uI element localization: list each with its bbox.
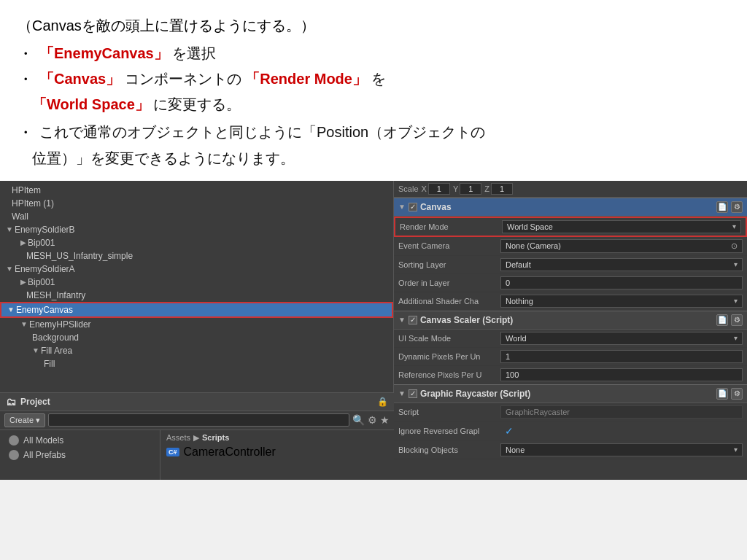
ignore-reversed-checkbox[interactable]: ✓	[505, 425, 514, 437]
order-in-layer-text: 0	[506, 279, 510, 287]
hierarchy-item-wall[interactable]: Wall	[0, 210, 393, 223]
project-item-models[interactable]: All Models	[0, 433, 160, 448]
canvas-checkbox[interactable]: ✓	[409, 203, 417, 211]
event-camera-text: None (Camera)	[506, 241, 561, 250]
bullet2-red2: 「Render Mode」	[245, 71, 367, 87]
search-icon[interactable]: 🔍	[352, 414, 365, 426]
event-camera-gear-icon[interactable]: ⊙	[731, 241, 738, 251]
hierarchy-item-enemysolda[interactable]: ▼ EnemySoldierA	[0, 262, 393, 276]
project-header: 🗂 Project 🔒	[0, 393, 394, 411]
reference-pixels-label: Reference Pixels Per U	[398, 370, 500, 379]
hierarchy-panel: HPItem HPItem (1) Wall ▼ EnemySoldierB ▶…	[0, 181, 394, 392]
canvas-scaler-checkbox[interactable]: ✓	[409, 316, 417, 324]
bullet2-black2: を	[371, 71, 386, 87]
graphic-raycaster-settings-icon[interactable]: ⚙	[731, 388, 743, 400]
script-value[interactable]: GraphicRaycaster	[500, 405, 743, 419]
blocking-objects-label: Blocking Objects	[398, 446, 500, 454]
y-axis-value[interactable]: 1	[460, 183, 481, 195]
graphic-raycaster-header: ▼ ✓ Graphic Raycaster (Script) 📄 ⚙	[394, 384, 747, 403]
canvas-scaler-settings-icon[interactable]: ⚙	[731, 314, 743, 326]
y-axis-label: Y	[453, 184, 458, 193]
arrow-down-icon2: ▼	[6, 265, 13, 273]
project-file-row: C# CameraController	[166, 446, 388, 459]
project-search-input[interactable]	[48, 413, 349, 427]
hierarchy-item-bip001b[interactable]: ▶ Bip001	[0, 276, 393, 289]
ignore-reversed-value[interactable]: ✓	[500, 424, 743, 438]
line1: （Canvasを敵の頭上に置けるようにする。）	[18, 13, 729, 38]
hierarchy-item-fill[interactable]: Fill	[0, 357, 393, 370]
canvas-scaler-doc-icon[interactable]: 📄	[716, 314, 728, 326]
dynamic-pixels-row: Dynamic Pixels Per Un 1	[394, 348, 747, 366]
arrow-down-icon3: ▼	[7, 306, 15, 314]
arrow-right-icon2: ▶	[20, 278, 26, 286]
hierarchy-item-mesh-infantry[interactable]: MESH_Infantry	[0, 289, 393, 302]
event-camera-value[interactable]: None (Camera) ⊙	[500, 239, 743, 253]
project-title-row: 🗂 Project	[6, 396, 50, 408]
blocking-objects-value[interactable]: None ▾	[500, 443, 743, 456]
hierarchy-item-background[interactable]: Background	[0, 331, 393, 344]
hierarchy-item-enemyhpslider[interactable]: ▼ EnemyHPSlider	[0, 318, 393, 331]
mesh-us-label: MESH_US_Infantry_simple	[26, 251, 133, 261]
order-in-layer-row: Order in Layer 0	[394, 274, 747, 292]
bullet2-red3: 「World Space」	[32, 96, 150, 112]
blocking-objects-text: None	[506, 446, 525, 454]
sorting-layer-value[interactable]: Default ▾	[500, 258, 743, 271]
graphic-raycaster-checkbox[interactable]: ✓	[409, 389, 417, 398]
project-right-panel: Assets ▶ Scripts C# CameraController	[160, 430, 394, 480]
arrow-down-icon4: ▼	[20, 320, 28, 328]
hierarchy-item-bip001a[interactable]: ▶ Bip001	[0, 236, 393, 249]
hierarchy-item-fillarea[interactable]: ▼ Fill Area	[0, 344, 393, 357]
wall-label: Wall	[12, 211, 28, 222]
ui-scale-mode-value[interactable]: World ▾	[500, 332, 743, 345]
bullet2-line2: 「World Space」 に変更する。	[18, 92, 729, 117]
canvas-doc-icon[interactable]: 📄	[716, 201, 728, 213]
hierarchy-item-enemycanvas[interactable]: ▼ EnemyCanvas	[0, 302, 393, 318]
hierarchy-item-hpitem[interactable]: HPItem	[0, 184, 393, 197]
bullet3-black2: 位置）」を変更できるようになります。	[32, 150, 295, 166]
prefabs-label: All Prefabs	[23, 450, 66, 460]
create-button[interactable]: Create ▾	[4, 413, 45, 427]
additional-shader-value[interactable]: Nothing ▾	[500, 295, 743, 308]
text-area: （Canvasを敵の頭上に置けるようにする。） ・ 「EnemyCanvas」 …	[0, 0, 747, 181]
scale-label: Scale	[398, 184, 419, 193]
render-mode-value[interactable]: World Space ▾	[502, 220, 741, 233]
filter-icon[interactable]: ⚙	[368, 414, 377, 426]
graphic-raycaster-arrow-icon: ▼	[398, 389, 406, 397]
project-item-prefabs[interactable]: All Prefabs	[0, 448, 160, 462]
hierarchy-item-enemysoldb[interactable]: ▼ EnemySoldierB	[0, 223, 393, 236]
sorting-layer-row: Sorting Layer Default ▾	[394, 256, 747, 274]
reference-pixels-value[interactable]: 100	[500, 368, 743, 381]
star-icon[interactable]: ★	[380, 414, 390, 426]
fillarea-label: Fill Area	[41, 346, 72, 356]
script-row: Script GraphicRaycaster	[394, 403, 747, 421]
arrow-down-icon: ▼	[6, 225, 13, 233]
z-axis-value[interactable]: 1	[491, 183, 513, 195]
bullet3-black1: これで通常のオブジェクトと同じように「Position（オブジェクトの	[39, 124, 485, 140]
project-toolbar[interactable]: Create ▾ 🔍 ⚙ ★	[0, 411, 394, 430]
models-icon	[9, 435, 19, 446]
folder-icon: 🗂	[6, 396, 16, 408]
reference-pixels-text: 100	[506, 370, 519, 379]
camera-controller-label: CameraController	[184, 446, 276, 459]
scale-x-field: X 1	[422, 183, 450, 195]
hierarchy-item-hpitem1[interactable]: HPItem (1)	[0, 197, 393, 210]
arrow-down-icon5: ▼	[32, 346, 39, 354]
render-mode-row: Render Mode World Space ▾	[394, 217, 747, 237]
hierarchy-item-mesh-us[interactable]: MESH_US_Infantry_simple	[0, 249, 393, 262]
scale-y-field: Y 1	[453, 183, 481, 195]
breadcrumb-arrow: ▶	[193, 433, 199, 443]
dynamic-pixels-text: 1	[506, 352, 510, 361]
bullet3: ・ これで通常のオブジェクトと同じように「Position（オブジェクトの	[18, 120, 729, 145]
canvas-settings-icon[interactable]: ⚙	[731, 201, 743, 213]
bullet2-black1: コンポーネントの	[125, 71, 241, 87]
order-in-layer-value[interactable]: 0	[500, 276, 743, 289]
graphic-raycaster-doc-icon[interactable]: 📄	[716, 388, 728, 400]
project-panel: 🗂 Project 🔒 Create ▾ 🔍 ⚙ ★ All Model	[0, 392, 394, 480]
x-axis-value[interactable]: 1	[428, 183, 450, 195]
render-mode-dropdown-icon: ▾	[732, 222, 736, 230]
dynamic-pixels-value[interactable]: 1	[500, 350, 743, 363]
enemysoldb-label: EnemySoldierB	[15, 225, 75, 235]
blocking-objects-row: Blocking Objects None ▾	[394, 441, 747, 459]
bullet3-dot: ・	[18, 120, 34, 145]
hpitem1-label: HPItem (1)	[12, 198, 54, 209]
